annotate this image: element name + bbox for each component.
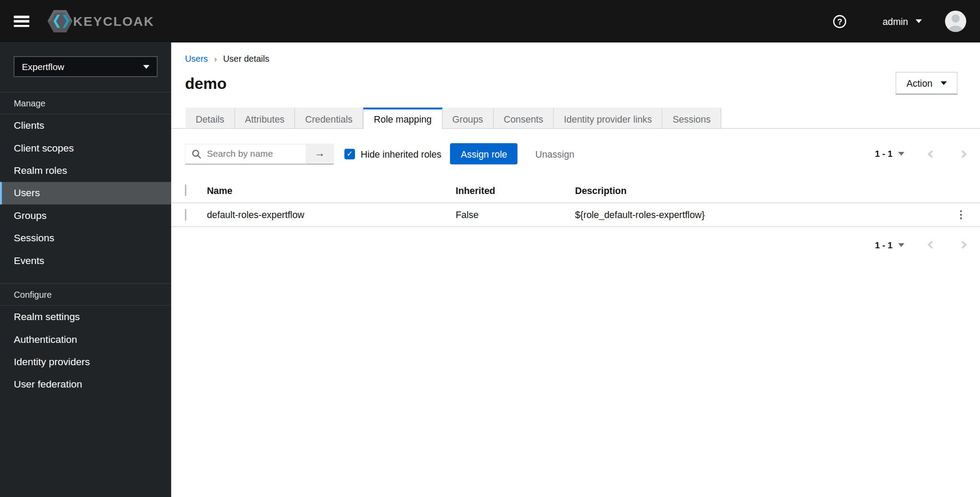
masthead: KEYCLOAK ? admin: [0, 0, 980, 42]
search-submit-button[interactable]: →: [306, 144, 334, 164]
arrow-right-icon: →: [314, 148, 325, 160]
pagination-bottom-wrap: 1 - 1: [171, 227, 980, 250]
row-checkbox[interactable]: [185, 209, 186, 221]
cell-description: ${role_default-roles-expertflow}: [575, 209, 952, 220]
tab-role-mapping[interactable]: Role mapping: [363, 108, 443, 129]
row-kebab-menu-icon[interactable]: ⋮: [955, 209, 966, 220]
sidebar-item-client-scopes[interactable]: Client scopes: [0, 137, 171, 159]
sidebar-item-user-federation[interactable]: User federation: [0, 373, 171, 395]
action-dropdown-button[interactable]: Action: [896, 72, 958, 94]
sidebar-item-realm-roles[interactable]: Realm roles: [0, 159, 171, 182]
pagination-range-text: 1 - 1: [875, 149, 892, 159]
hide-inherited-roles-group: ✓ Hide inherited roles: [344, 148, 442, 159]
pagination-range-dropdown[interactable]: 1 - 1: [875, 149, 904, 159]
sidebar-item-authentication[interactable]: Authentication: [0, 328, 171, 351]
sidebar-nav: Expertflow Manage Clients Client scopes …: [0, 42, 171, 497]
unassign-button[interactable]: Unassign: [535, 148, 574, 159]
sidebar-item-groups[interactable]: Groups: [0, 204, 171, 227]
check-icon: ✓: [347, 149, 353, 158]
nav-section-configure: Configure: [0, 283, 171, 306]
search-input[interactable]: [185, 144, 306, 164]
sidebar-item-users[interactable]: Users: [0, 182, 171, 204]
page-title: demo: [185, 74, 227, 92]
chevron-down-icon: [941, 81, 947, 85]
pagination-range-text-bottom: 1 - 1: [875, 240, 892, 250]
column-header-name: Name: [207, 185, 456, 195]
chevron-down-icon: [916, 19, 922, 23]
keycloak-admin-console: KEYCLOAK ? admin Expertflow Manage Clien…: [0, 0, 980, 497]
hide-inherited-roles-checkbox[interactable]: ✓: [344, 148, 355, 159]
breadcrumb-users-link[interactable]: Users: [185, 54, 208, 64]
assign-role-button[interactable]: Assign role: [450, 143, 518, 165]
pagination-prev-button-bottom[interactable]: [927, 239, 936, 250]
pagination-bottom: 1 - 1: [875, 239, 967, 250]
tab-consents[interactable]: Consents: [494, 108, 554, 129]
sidebar-item-sessions[interactable]: Sessions: [0, 227, 171, 249]
avatar[interactable]: [945, 11, 966, 32]
column-header-inherited: Inherited: [456, 185, 575, 195]
chevron-down-icon: [143, 65, 149, 69]
sidebar-item-clients[interactable]: Clients: [0, 114, 171, 137]
main-content: Users › User details demo Action Details…: [171, 42, 980, 497]
action-label: Action: [906, 78, 933, 88]
nav-section-manage: Manage: [0, 92, 171, 114]
sidebar-item-realm-settings[interactable]: Realm settings: [0, 306, 171, 328]
tab-identity-provider-links[interactable]: Identity provider links: [554, 108, 663, 129]
realm-name: Expertflow: [22, 62, 64, 72]
avatar-head: [952, 14, 960, 23]
tab-details[interactable]: Details: [186, 108, 235, 129]
cell-role-name: default-roles-expertflow: [207, 209, 456, 220]
username: admin: [882, 16, 908, 26]
chevron-down-icon: [898, 243, 904, 247]
keycloak-hexagon-icon: [48, 10, 73, 32]
tab-bar: Details Attributes Credentials Role mapp…: [171, 108, 980, 129]
role-mapping-table: Name Inherited Description default-roles…: [171, 178, 980, 227]
pagination-prev-button[interactable]: [927, 148, 936, 160]
keycloak-logo[interactable]: KEYCLOAK: [48, 10, 155, 32]
help-icon[interactable]: ?: [833, 15, 847, 28]
tab-credentials[interactable]: Credentials: [295, 108, 363, 129]
breadcrumb-current: User details: [223, 54, 270, 64]
hide-inherited-roles-label[interactable]: Hide inherited roles: [361, 148, 442, 159]
pagination-next-button-bottom[interactable]: [959, 239, 967, 250]
sidebar-item-events[interactable]: Events: [0, 250, 171, 272]
page-header: demo Action: [171, 64, 980, 95]
chevron-left-icon: [927, 150, 935, 158]
nav-toggle-icon[interactable]: [14, 16, 29, 27]
table-header-row: Name Inherited Description: [171, 178, 980, 204]
chevron-left-icon: [927, 241, 935, 249]
user-menu-dropdown[interactable]: admin: [882, 16, 922, 26]
chevron-down-icon: [898, 152, 904, 156]
table-row: default-roles-expertflow False ${role_de…: [171, 203, 980, 227]
sidebar-item-identity-providers[interactable]: Identity providers: [0, 351, 171, 373]
chevron-right-icon: [959, 150, 967, 158]
breadcrumb-separator-icon: ›: [214, 54, 217, 63]
search-group: →: [185, 144, 334, 164]
masthead-right: ? admin: [833, 11, 966, 32]
column-header-description: Description: [575, 185, 952, 195]
brand-text: KEYCLOAK: [73, 14, 154, 28]
avatar-body: [948, 26, 963, 32]
cell-inherited: False: [456, 209, 575, 220]
pagination-next-button[interactable]: [959, 148, 967, 160]
tab-groups[interactable]: Groups: [443, 108, 494, 129]
realm-selector[interactable]: Expertflow: [14, 56, 157, 77]
tab-attributes[interactable]: Attributes: [235, 108, 295, 129]
role-mapping-toolbar: → ✓ Hide inherited roles Assign role Una…: [171, 129, 980, 164]
chevron-right-icon: [959, 241, 967, 249]
tab-sessions[interactable]: Sessions: [663, 108, 721, 129]
select-all-checkbox[interactable]: [185, 184, 186, 196]
breadcrumb: Users › User details: [171, 42, 980, 64]
pagination-top: 1 - 1: [875, 148, 967, 160]
search-icon: [192, 149, 201, 159]
pagination-range-dropdown-bottom[interactable]: 1 - 1: [875, 240, 904, 250]
